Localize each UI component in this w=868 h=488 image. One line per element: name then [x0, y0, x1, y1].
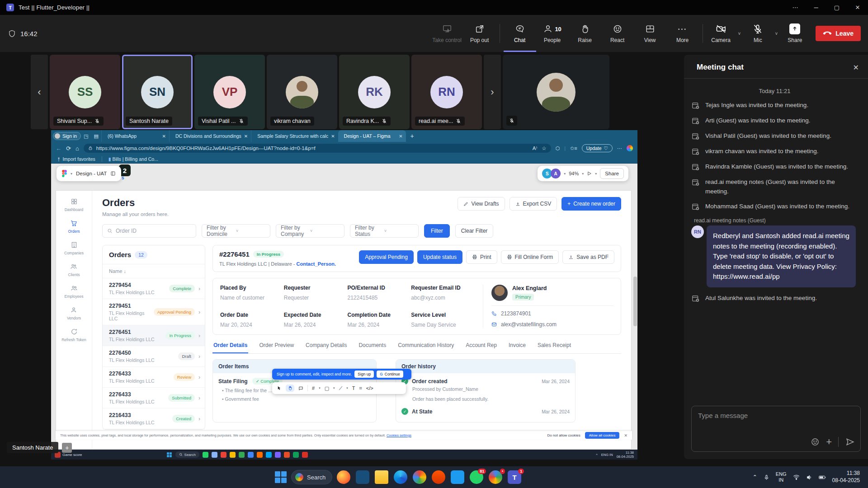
filmstrip-prev-icon[interactable]: ‹ — [31, 55, 48, 129]
taskbar-app-icon[interactable] — [212, 452, 217, 458]
tab-order-details[interactable]: Order Details — [212, 342, 248, 353]
bookmark-bills[interactable]: ▮ Bills | Billing and Co... — [108, 156, 158, 162]
taskbar-clock[interactable]: 11:3808-04-2025 — [832, 470, 860, 484]
wifi-icon[interactable] — [793, 474, 800, 480]
order-row[interactable]: 2276433TL Flex Holdings LLCSubmitted› — [103, 388, 205, 408]
search-box[interactable]: Search — [175, 451, 199, 458]
order-row[interactable]: 2276451TL Flex Holdings LLCIn Progress› — [103, 325, 205, 346]
frame-tool-icon[interactable]: # — [312, 385, 315, 391]
volume-icon[interactable] — [806, 474, 812, 480]
toolbar-pop-out-button[interactable]: Pop out — [463, 15, 496, 52]
update-status-button[interactable]: Update status — [417, 250, 462, 264]
chrome-icon[interactable] — [413, 470, 426, 484]
taskbar-app-icon[interactable] — [302, 452, 308, 458]
message-composer[interactable]: Type a message + — [691, 406, 861, 452]
copilot-icon[interactable] — [627, 145, 633, 151]
tab-sales-receipt[interactable]: Sales Receipt — [537, 342, 572, 353]
language-indicator[interactable]: ENGIN — [776, 471, 787, 483]
scrollbar-thumb[interactable] — [633, 277, 637, 326]
taskbar-app-icon[interactable] — [284, 452, 290, 458]
browser-more-icon[interactable]: ⋯ — [617, 145, 622, 151]
comment-tool-icon[interactable] — [298, 386, 303, 391]
tab-order-preview[interactable]: Order Preview — [258, 342, 295, 353]
deny-cookies-button[interactable]: Do not allow cookies — [547, 433, 580, 437]
chrome-profile-icon[interactable]: • — [489, 470, 502, 484]
filter-company-select[interactable]: Filter by Company˅ — [276, 224, 344, 238]
presenter-pin-button[interactable]: + — [62, 443, 72, 453]
bookmark-import[interactable]: ⭱ Import favorites — [57, 156, 95, 162]
toolbar-react-button[interactable]: React — [601, 15, 634, 52]
maximize-button[interactable]: ▢ — [826, 0, 847, 15]
mic-button[interactable]: Mic — [743, 23, 772, 43]
chat-close-icon[interactable]: ✕ — [853, 63, 859, 72]
tab-documents[interactable]: Documents — [358, 342, 387, 353]
figma-share-button[interactable]: Share — [600, 168, 624, 179]
browser-update-button[interactable]: Update♡ — [582, 144, 613, 152]
code-tool-icon[interactable]: </> — [366, 385, 373, 391]
leave-button[interactable]: Leave — [816, 26, 861, 41]
order-row[interactable]: 2276450TL Flex Holdings LLCDraft› — [103, 346, 205, 367]
edge-icon[interactable] — [394, 470, 407, 484]
filter-status-select[interactable]: Filter by Status˅ — [350, 224, 419, 238]
brave-icon[interactable] — [432, 470, 445, 484]
toolbar-raise-button[interactable]: Raise — [569, 15, 601, 52]
sidebar-item-employees[interactable]: Employees — [64, 285, 83, 299]
order-row[interactable]: 2276433TL Flex Holdings LLCReview› — [103, 367, 205, 388]
hand-tool-icon[interactable] — [286, 385, 294, 392]
contact-phone[interactable]: 2123874901 — [491, 310, 613, 317]
create-order-button[interactable]: +Create new order — [561, 197, 621, 211]
signup-button[interactable]: Sign up — [354, 371, 374, 378]
browser-tab[interactable]: DC Divisions and Surroundings✕ — [169, 130, 251, 142]
order-row[interactable]: 2279451TL Flex Holdings LLCApproval Pend… — [103, 299, 205, 325]
firefox-icon[interactable] — [337, 470, 350, 484]
taskbar-app-icon[interactable] — [203, 452, 208, 458]
order-id-search-input[interactable]: Order ID — [102, 224, 196, 238]
tab-communication-history[interactable]: Communication History — [397, 342, 455, 353]
refresh-icon[interactable]: ⟳ — [66, 145, 71, 152]
taskbar-app-icon[interactable] — [257, 452, 263, 458]
read-aloud-icon[interactable]: A⁾ — [533, 145, 538, 151]
participant-tile[interactable]: VPVishal Patil ... — [194, 55, 265, 129]
sidebar-item-refresh-token[interactable]: Refresh Token — [61, 328, 86, 342]
save-as-pdf-button[interactable]: Save as PDF — [562, 250, 614, 264]
move-tool-icon[interactable] — [277, 385, 282, 391]
twitter-icon[interactable] — [451, 470, 464, 484]
tray-mic-icon[interactable] — [764, 474, 769, 480]
sidebar-item-clients[interactable]: Clients — [68, 263, 80, 277]
cookie-settings-link[interactable]: Cookies settings — [387, 433, 411, 437]
taskbar-app-icon[interactable] — [248, 452, 254, 458]
tab-company-details[interactable]: Company Details — [305, 342, 348, 353]
taskbar-app-icon[interactable] — [293, 452, 299, 458]
chat-message-list[interactable]: Today 11:21 Tejas Ingle was invited to t… — [684, 79, 868, 401]
shape-tool-icon[interactable]: ▢ — [325, 385, 329, 391]
browser-tab[interactable]: Design - UAT – Figma✕ — [338, 130, 406, 142]
contact-email[interactable]: alex@vstatefilings.com — [491, 321, 613, 328]
home-icon[interactable]: ⌂ — [75, 145, 79, 152]
filmstrip-next-icon[interactable]: › — [484, 55, 501, 129]
text-tool-icon[interactable]: T — [352, 385, 355, 391]
filter-button[interactable]: Filter — [424, 224, 450, 238]
whatsapp-icon[interactable]: 81 — [470, 470, 483, 484]
cookie-close-icon[interactable]: ✕ — [624, 433, 627, 438]
camera-button[interactable]: Camera — [707, 23, 736, 43]
participant-tile[interactable]: SNSantosh Narate — [122, 55, 193, 129]
toolbar-chat-button[interactable]: Chat — [504, 15, 536, 52]
taskbar-app-icon[interactable] — [239, 452, 245, 458]
teams-icon[interactable]: T1 — [508, 470, 521, 484]
tab-close-icon[interactable]: ✕ — [399, 134, 402, 139]
print-button[interactable]: Print — [466, 250, 497, 264]
tab-close-icon[interactable]: ✕ — [331, 134, 335, 139]
tray-chevron-icon[interactable]: ^ — [596, 453, 598, 457]
browser-tab[interactable]: Sample Salary Structure with calc✕ — [251, 130, 338, 142]
figma-file-menu[interactable]: ▾ Design - UAT — [57, 166, 121, 181]
present-icon[interactable] — [587, 171, 592, 176]
order-row[interactable]: 2279454TL Flex Holdings LLCComplete› — [103, 278, 205, 299]
participant-tile[interactable]: SSShivani Sup... — [50, 55, 120, 129]
toolbar-view-button[interactable]: View — [634, 15, 666, 52]
zoom-level[interactable]: 94% — [569, 171, 579, 176]
taskbar-app-icon[interactable] — [266, 452, 272, 458]
sidebar-item-orders[interactable]: Orders — [68, 220, 80, 234]
browser-signin-button[interactable]: Sign in — [53, 132, 81, 140]
collaborator-avatar[interactable]: A — [551, 169, 561, 178]
explorer-icon[interactable] — [375, 470, 388, 484]
